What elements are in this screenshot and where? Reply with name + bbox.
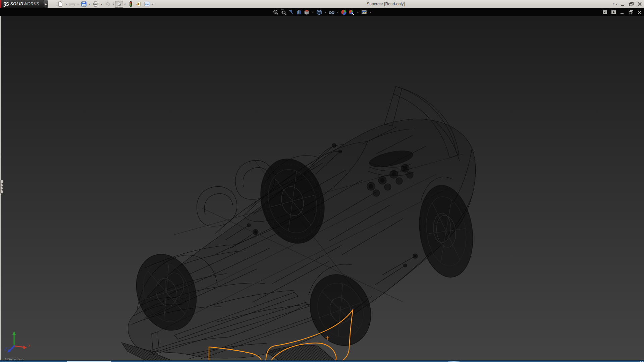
section-view-icon [296,9,302,15]
view-orientation-icon [304,9,310,15]
new-document-icon [58,1,63,7]
zoom-to-area-button[interactable] [280,9,287,16]
car-wireframe-scene: x Z *Dimetric [0,16,644,360]
options-icon [144,1,150,7]
print-button[interactable] [92,1,100,8]
help-dropdown[interactable]: ▼ [615,3,618,5]
glasses-icon [329,9,334,15]
view-orientation-dropdown[interactable]: ▼ [311,11,315,13]
save-dropdown[interactable]: ▼ [88,1,92,8]
brand-wordmark: SOLIDWORKS [10,2,39,6]
edit-appearance-button[interactable] [340,9,347,16]
open-icon [69,1,75,7]
appearance-ball-icon [341,9,347,15]
print-icon [93,1,98,7]
undo-button[interactable] [103,1,111,8]
heads-up-view-toolbar: ▼ ▼ ▼ [272,8,372,16]
window-title: Supercar [Read-only] [335,0,436,8]
zoom-to-fit-icon [273,9,279,15]
ds-logo-mark: ƷS [3,1,9,7]
view-settings-icon [361,9,367,15]
previous-view-icon [288,9,294,15]
solidworks-window: ƷS SOLIDWORKS ▶ ▼ ▼ [0,0,644,362]
hide-show-items-button[interactable] [328,9,335,16]
close-document-button[interactable] [637,10,643,15]
document-window-controls [602,8,643,16]
hide-show-items-dropdown[interactable]: ▼ [336,11,340,13]
section-view-button[interactable] [296,9,303,16]
view-settings-button[interactable] [361,9,368,16]
new-document-button[interactable] [56,1,64,8]
standard-toolbar: ▼ ▼ ▼ [56,0,155,8]
apply-scene-dropdown[interactable]: ▼ [356,11,360,13]
solidworks-logo: ƷS SOLIDWORKS [0,0,44,8]
restore-document-button[interactable] [628,10,634,15]
triad-z-label: Z [4,347,7,351]
title-bar: ƷS SOLIDWORKS ▶ ▼ ▼ [0,0,644,8]
apply-scene-button[interactable] [348,9,355,16]
select-cursor-icon [116,1,122,7]
car-wireframe [121,86,478,360]
collapse-arrow-icon [1,189,3,191]
taskbar-glow [448,361,460,362]
open-button[interactable] [68,1,76,8]
file-properties-button[interactable] [135,1,143,8]
rebuild-button[interactable] [127,1,135,8]
view-orientation-label: *Dimetric [5,357,24,360]
display-style-icon [316,9,322,15]
apply-scene-icon [349,9,355,15]
select-dropdown[interactable]: ▼ [123,1,127,8]
taskbar-item-highlight [67,361,111,362]
pane-toggle-left-button[interactable] [602,10,608,15]
save-button[interactable] [80,1,88,8]
undo-dropdown[interactable]: ▼ [111,1,115,8]
taskbar-edge [0,360,644,362]
select-button[interactable] [115,1,123,8]
minimize-button[interactable] [620,2,626,7]
graphics-area[interactable]: x Z *Dimetric [0,16,644,360]
minimize-document-button[interactable] [619,10,625,15]
previous-view-button[interactable] [288,9,295,16]
logo-accent-stripe [0,0,1,8]
close-button[interactable] [637,2,643,7]
display-style-button[interactable] [316,9,323,16]
save-icon [81,1,87,7]
triad-x-label: x [28,343,30,347]
restore-button[interactable] [628,2,634,7]
file-properties-icon [136,1,142,7]
print-dropdown[interactable]: ▼ [100,1,103,8]
new-document-dropdown[interactable]: ▼ [64,1,68,8]
view-orientation-button[interactable] [303,9,310,16]
rebuild-traffic-light-icon [128,1,133,7]
expand-menu-arrow[interactable]: ▶ [44,0,48,8]
zoom-to-area-icon [281,9,286,15]
collapse-arrow-icon [1,186,3,188]
view-settings-dropdown[interactable]: ▼ [368,11,372,13]
options-button[interactable] [143,1,151,8]
display-style-dropdown[interactable]: ▼ [323,11,327,13]
heads-up-band: ▼ ▼ ▼ [0,8,644,16]
reference-triad: x Z [4,331,30,353]
undo-icon [105,1,110,7]
zoom-to-fit-button[interactable] [272,9,279,16]
help-button[interactable]: ? [612,1,615,7]
collapse-arrow-icon [1,183,3,185]
feature-manager-expand-tab[interactable] [0,180,3,193]
pane-toggle-right-button[interactable] [610,10,616,15]
open-dropdown[interactable]: ▼ [76,1,80,8]
options-dropdown[interactable]: ▼ [151,1,155,8]
